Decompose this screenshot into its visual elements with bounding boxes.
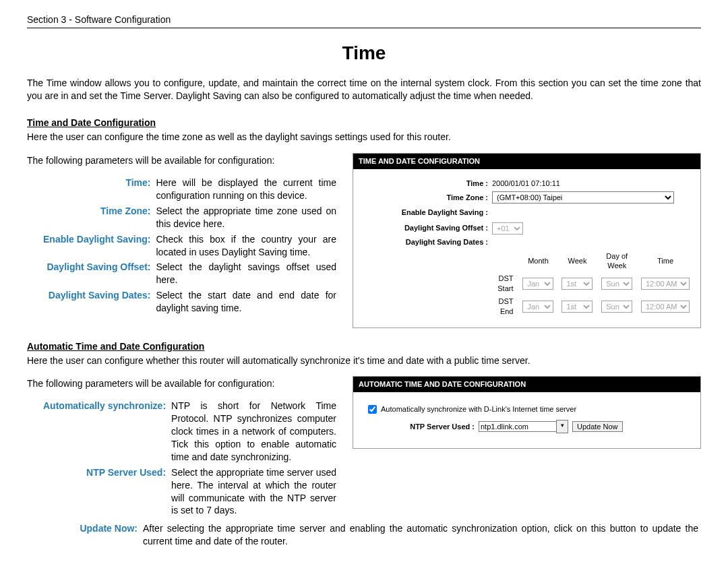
- section-label: Section 3 - Software Configuration: [27, 14, 171, 25]
- dst-end-month[interactable]: Jan: [522, 301, 553, 313]
- panel-title: TIME AND DATE CONFIGURATION: [353, 154, 700, 169]
- section1-defs-table: Time: Here will be displayed the current…: [40, 177, 339, 317]
- ntp-server-input[interactable]: [479, 421, 557, 432]
- timezone-select[interactable]: (GMT+08:00) Taipei: [492, 191, 674, 204]
- def-term: Enable Daylight Saving:: [40, 233, 153, 261]
- dst-start-month[interactable]: Jan: [522, 278, 553, 290]
- time-date-panel: TIME AND DATE CONFIGURATION Time : 2000/…: [353, 153, 701, 327]
- section2-params-intro: The following parameters will be availab…: [27, 377, 339, 390]
- def-desc: Select the daylight savings offset used …: [153, 261, 339, 289]
- def-term: Automatically synchronize:: [40, 400, 169, 466]
- col-dow: Day of Week: [597, 250, 637, 273]
- col-week: Week: [557, 250, 597, 273]
- def-term: Daylight Saving Offset:: [40, 261, 153, 289]
- section2-intro: Here the user can configure whether this…: [27, 354, 701, 367]
- def-term: NTP Server Used:: [40, 466, 169, 520]
- enable-ds-label: Enable Daylight Saving :: [360, 208, 492, 218]
- auto-sync-label: Automatically synchronize with D-Link's …: [381, 404, 576, 414]
- auto-sync-checkbox[interactable]: [368, 405, 377, 414]
- col-time: Time: [637, 250, 694, 273]
- page-title: Time: [27, 40, 701, 66]
- def-desc: Check this box if the country your are l…: [153, 233, 339, 261]
- def-desc: Here will be displayed the current time …: [153, 177, 339, 205]
- def-term: Daylight Saving Dates:: [40, 289, 153, 317]
- ds-offset-select[interactable]: +01:00: [492, 222, 523, 235]
- dst-end-week[interactable]: 1st: [562, 301, 593, 313]
- auto-time-panel: AUTOMATIC TIME AND DATE CONFIGURATION Au…: [353, 376, 701, 449]
- intro-paragraph: The Time window allows you to configure,…: [27, 77, 701, 102]
- dst-start-week[interactable]: 1st: [562, 278, 593, 290]
- def-desc: After selecting the appropriate time ser…: [140, 522, 701, 551]
- time-label: Time :: [360, 179, 492, 189]
- timezone-label: Time Zone :: [360, 193, 492, 203]
- panel2-title: AUTOMATIC TIME AND DATE CONFIGURATION: [353, 377, 700, 392]
- page-header: Section 3 - Software Configuration: [27, 13, 701, 28]
- section1-intro: Here the user can configure the time zon…: [27, 131, 701, 144]
- ds-dates-label: Daylight Saving Dates :: [360, 237, 492, 247]
- def-desc: Select the appropriate time server used …: [169, 466, 339, 520]
- def-desc: Select the start date and end date for d…: [153, 289, 339, 317]
- dst-end-label: DST End: [492, 295, 518, 318]
- dst-start-dow[interactable]: Sun: [601, 278, 632, 290]
- col-month: Month: [518, 250, 557, 273]
- def-desc: NTP is short for Network Time Protocol. …: [169, 400, 339, 466]
- ds-offset-label: Daylight Saving Offset :: [360, 223, 492, 233]
- dst-start-label: DST Start: [492, 272, 518, 295]
- section2-heading: Automatic Time and Date Configuration: [27, 340, 701, 353]
- dst-end-time[interactable]: 12:00 AM: [641, 301, 690, 313]
- section2-defs-table: Automatically synchronize: NTP is short …: [40, 400, 339, 520]
- section-auto-time-date: Automatic Time and Date Configuration He…: [27, 340, 701, 551]
- def-desc: Select the appropriate time zone used on…: [153, 205, 339, 233]
- dst-end-dow[interactable]: Sun: [601, 301, 632, 313]
- def-term: Time Zone:: [40, 205, 153, 233]
- time-value: 2000/01/01 07:10:11: [492, 179, 694, 189]
- dst-table: Month Week Day of Week Time DST Start Ja…: [492, 250, 694, 318]
- def-term: Update Now:: [40, 522, 140, 551]
- section-time-date: Time and Date Configuration Here the use…: [27, 117, 701, 327]
- section2-defs-table-extra: Update Now: After selecting the appropri…: [40, 522, 701, 551]
- section1-params-intro: The following parameters will be availab…: [27, 154, 339, 167]
- def-term: Time:: [40, 177, 153, 205]
- ntp-dropdown-icon[interactable]: ▾: [556, 420, 568, 433]
- update-now-button[interactable]: Update Now: [572, 421, 623, 432]
- section1-heading: Time and Date Configuration: [27, 117, 701, 129]
- ntp-label: NTP Server Used :: [360, 422, 479, 432]
- dst-start-time[interactable]: 12:00 AM: [641, 278, 690, 290]
